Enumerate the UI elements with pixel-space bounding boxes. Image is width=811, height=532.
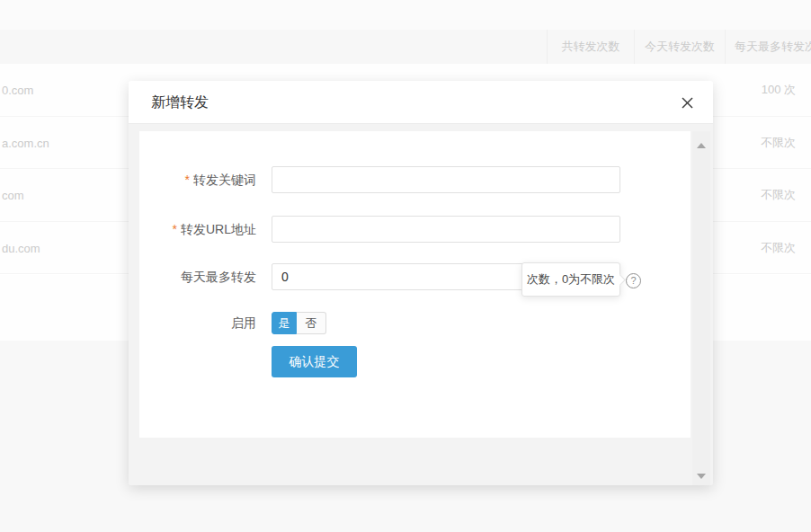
keyword-label: *转发关键词 [139, 166, 256, 193]
required-asterisk: * [185, 173, 190, 187]
tooltip-text: 次数，0为不限次 [527, 271, 615, 288]
dialog-body: *转发关键词 *转发URL地址 每天最多转发 次数，0为不限次 ? [129, 124, 713, 485]
row-domain: a.com.cn [2, 136, 49, 149]
scroll-down-arrow-icon[interactable] [697, 474, 706, 479]
row-limit: 不限次 [761, 187, 796, 203]
enable-yes-button[interactable]: 是 [272, 312, 297, 334]
keyword-input[interactable] [272, 166, 620, 193]
row-limit: 不限次 [761, 240, 796, 256]
column-header-today-forwards: 今天转发次数 [634, 30, 725, 64]
add-forward-dialog: 新增转发 *转发关键词 *转发URL地址 [129, 81, 713, 485]
row-limit: 不限次 [761, 135, 796, 151]
tooltip-arrow [614, 274, 626, 286]
help-icon[interactable]: ? [626, 273, 641, 288]
column-header-total-forwards: 共转发次数 [547, 30, 634, 64]
url-input[interactable] [272, 216, 620, 243]
dialog-header: 新增转发 [129, 81, 713, 124]
form-panel: *转发关键词 *转发URL地址 每天最多转发 次数，0为不限次 ? [139, 131, 691, 438]
url-label-text: 转发URL地址 [181, 222, 256, 236]
background-top-bar [0, 0, 811, 30]
table-header-row: 共转发次数 今天转发次数 每天最多转发次数 [0, 30, 811, 64]
daily-max-label: 每天最多转发 [139, 263, 256, 290]
close-icon[interactable] [677, 93, 697, 112]
daily-max-tooltip: 次数，0为不限次 [521, 262, 620, 297]
screen: 共转发次数 今天转发次数 每天最多转发次数 0.com 100 次 a.com.… [0, 0, 811, 532]
column-header-daily-max-forwards: 每天最多转发次数 [725, 30, 811, 64]
enable-toggle: 是 否 [272, 312, 326, 334]
row-domain: com [2, 189, 24, 202]
enable-no-button[interactable]: 否 [297, 312, 326, 334]
dialog-scrollbar[interactable] [692, 131, 710, 485]
row-domain: 0.com [2, 84, 33, 97]
row-limit: 100 次 [762, 82, 796, 98]
url-label: *转发URL地址 [139, 216, 256, 243]
dialog-title: 新增转发 [151, 81, 209, 124]
required-asterisk: * [173, 222, 177, 236]
keyword-label-text: 转发关键词 [193, 173, 256, 187]
enable-label: 启用 [139, 312, 256, 334]
scroll-up-arrow-icon[interactable] [697, 143, 706, 148]
confirm-submit-button[interactable]: 确认提交 [272, 346, 357, 377]
row-domain: du.com [2, 241, 40, 254]
